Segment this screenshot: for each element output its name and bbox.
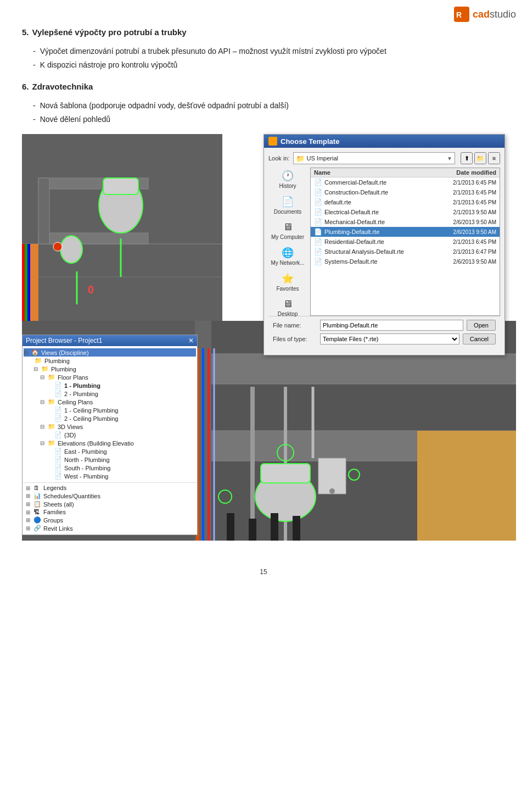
file-name: Construction-Default.rte [324, 189, 451, 196]
svg-rect-31 [261, 464, 310, 483]
sidebar-desktop-label: Desktop [278, 311, 298, 317]
file-date: 2/6/2013 9:50 AM [453, 259, 496, 265]
pb-tree-item[interactable]: 📄North - Plumbing [24, 455, 196, 464]
file-list-header: Name Date modified [311, 168, 500, 177]
pb-tree-item[interactable]: ⊟📁Plumbing [24, 365, 196, 373]
pb-item-label: East - Plumbing [64, 448, 107, 455]
pb-tree-item[interactable]: 📄South - Plumbing [24, 464, 196, 472]
pb-item-label: Ceiling Plans [58, 399, 93, 405]
pb-tree-item[interactable]: 📄1 - Plumbing [24, 381, 196, 390]
pb-expand-icon: ⊞ [26, 525, 33, 531]
pb-node-icon: 🔵 [33, 516, 42, 524]
pb-expand-icon: ⊞ [26, 493, 33, 499]
file-name-input[interactable] [320, 320, 463, 331]
file-icon: 📄 [314, 228, 322, 236]
pb-node-icon: 📋 [33, 500, 42, 508]
sidebar-favorites[interactable]: ⭐ Favorites [268, 270, 307, 294]
pb-node-icon: 📄 [54, 382, 63, 389]
dialog-icon [268, 137, 277, 146]
file-date: 2/1/2013 6:45 PM [453, 180, 496, 186]
dropdown-arrow: ▼ [447, 155, 452, 162]
list-item: -K dispozici nástroje pro kontrolu výpoč… [33, 59, 505, 71]
file-icon: 📄 [314, 218, 322, 226]
pb-expand-icon: ⊟ [33, 366, 41, 372]
pb-node-icon: 📄 [54, 472, 63, 480]
pb-bottom-item[interactable]: ⊞🔗Revit Links [24, 524, 196, 532]
toolbar-btn-3[interactable]: ≡ [488, 152, 500, 164]
file-name: Residential-Default.rte [324, 238, 451, 245]
dialog-file-list[interactable]: Name Date modified 📄Commercial-Default.r… [310, 168, 500, 316]
pb-tree-item[interactable]: 📄West - Plumbing [24, 472, 196, 480]
pb-item-label: Schedules/Quantities [43, 493, 100, 499]
pb-item-label: Revit Links [43, 525, 73, 532]
file-icon: 📄 [314, 248, 322, 255]
pb-item-label: Plumbing [51, 366, 76, 372]
pb-close-button[interactable]: ✕ [188, 337, 194, 344]
pb-tree-item[interactable]: 📄1 - Ceiling Plumbing [24, 406, 196, 414]
file-row[interactable]: 📄Residential-Default.rte2/1/2013 6:45 PM [311, 237, 500, 247]
pb-node-icon: 🔗 [33, 525, 42, 532]
pb-item-label: Floor Plans [58, 374, 88, 381]
open-button[interactable]: Open [467, 320, 496, 331]
svg-point-33 [329, 488, 335, 494]
pb-tree-item[interactable]: ⊟📁Floor Plans [24, 373, 196, 381]
pb-bottom-item[interactable]: ⊞🗓Legends [24, 484, 196, 492]
pb-item-label: 2 - Ceiling Plumbing [64, 415, 118, 422]
pb-tree-item[interactable]: 📄{3D} [24, 431, 196, 439]
cancel-button[interactable]: Cancel [463, 333, 496, 344]
pb-item-label: Families [43, 509, 66, 515]
pb-tree-item[interactable]: ⊟🏠Views (Discipline) [24, 348, 196, 357]
file-type-select[interactable]: Template Files (*.rte) [320, 333, 459, 344]
sidebar-network[interactable]: 🌐 My Network... [268, 244, 307, 268]
look-in-bar[interactable]: 📁 US Imperial ▼ [293, 152, 455, 164]
pb-node-icon: 📄 [54, 431, 63, 438]
section5-title: Vylepšené výpočty pro potrubí a trubky [32, 27, 187, 37]
sidebar-desktop[interactable]: 🖥 Desktop [268, 296, 307, 319]
svg-point-11 [60, 236, 82, 263]
file-row[interactable]: 📄Commercial-Default.rte2/1/2013 6:45 PM [311, 177, 500, 187]
sidebar-history-label: History [279, 183, 296, 189]
pb-tree-item[interactable]: 📄2 - Plumbing [24, 390, 196, 398]
pb-node-icon: 📄 [54, 464, 63, 471]
toolbar-btn-2[interactable]: 📁 [474, 152, 486, 164]
list-item: -Nová šablona (podporuje odpadní vody, d… [33, 100, 505, 112]
file-date: 2/1/2013 9:50 AM [453, 209, 496, 215]
pb-tree-item[interactable]: 📄East - Plumbing [24, 447, 196, 455]
toolbar-btn-1[interactable]: ⬆ [461, 152, 473, 164]
sidebar-history[interactable]: 🕐 History [268, 168, 307, 191]
pb-expand-icon: ⊟ [40, 424, 48, 430]
file-row[interactable]: 📄Plumbing-Default.rte2/6/2013 9:50 AM [311, 227, 500, 237]
file-row[interactable]: 📄Systems-Default.rte2/6/2013 9:50 AM [311, 257, 500, 266]
file-row[interactable]: 📄default.rte2/1/2013 6:45 PM [311, 197, 500, 207]
pb-tree-item[interactable]: 📄2 - Ceiling Plumbing [24, 414, 196, 422]
file-row[interactable]: 📄Structural Analysis-Default.rte2/1/2013… [311, 247, 500, 257]
pb-bottom-item[interactable]: ⊞📊Schedules/Quantities [24, 492, 196, 500]
pb-bottom-item[interactable]: ⊞🔵Groups [24, 516, 196, 524]
pb-node-icon: 📁 [35, 357, 43, 364]
sidebar-network-label: My Network... [271, 260, 304, 266]
file-type-label: Files of type: [273, 336, 317, 342]
file-row[interactable]: 📄Electrical-Default.rte2/1/2013 9:50 AM [311, 207, 500, 217]
look-in-value: US Imperial [307, 155, 338, 162]
pb-tree-item[interactable]: ⊟📁Elevations (Building Elevatio [24, 439, 196, 447]
pb-expand-icon: ⊟ [40, 440, 48, 446]
pb-tree-item[interactable]: ⊟📁Ceiling Plans [24, 398, 196, 406]
pb-bottom-item[interactable]: ⊞🏗Families [24, 508, 196, 516]
file-date: 2/1/2013 6:45 PM [453, 239, 496, 245]
pb-item-label: Sheets (all) [43, 501, 74, 508]
file-row[interactable]: 📄Construction-Default.rte2/1/2013 6:45 P… [311, 187, 500, 197]
pb-tree-item[interactable]: 📁Plumbing [24, 357, 196, 365]
file-row[interactable]: 📄Mechanical-Default.rte2/6/2013 9:50 AM [311, 217, 500, 227]
pb-tree-item[interactable]: ⊟📁3D Views [24, 422, 196, 431]
svg-rect-16 [25, 244, 27, 321]
svg-rect-8 [38, 178, 49, 244]
pb-node-icon: 📄 [54, 390, 63, 397]
main-content: 5. Vylepšené výpočty pro potrubí a trubk… [0, 0, 527, 598]
pb-bottom-item[interactable]: ⊞📋Sheets (all) [24, 500, 196, 508]
folder-icon: 📁 [296, 154, 305, 163]
sidebar-computer-label: My Computer [271, 234, 304, 240]
pb-item-label: North - Plumbing [64, 457, 110, 463]
file-name: Mechanical-Default.rte [324, 219, 451, 225]
sidebar-my-computer[interactable]: 🖥 My Computer [268, 219, 307, 242]
sidebar-documents[interactable]: 📄 Documents [268, 193, 307, 217]
